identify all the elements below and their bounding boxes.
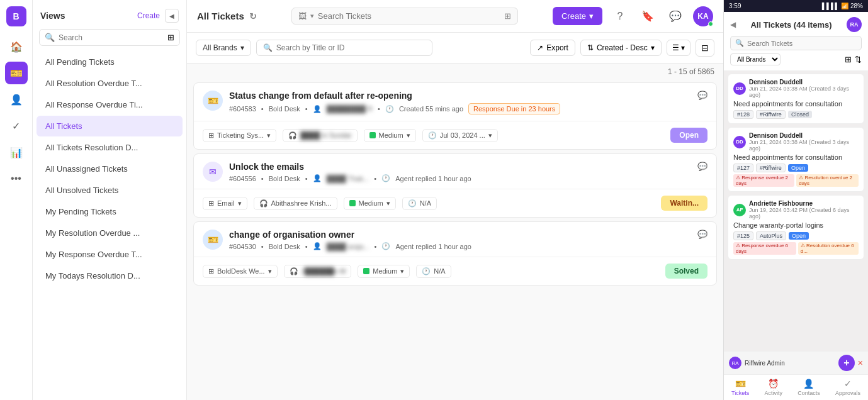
mobile-filter-icon[interactable]: ⊞: [845, 55, 852, 64]
sidebar-item-tasks[interactable]: ✓: [5, 114, 28, 137]
mobile-brand-select[interactable]: All Brands: [730, 53, 781, 65]
ticket-status-button[interactable]: Open: [670, 128, 707, 143]
ticket-product[interactable]: ⊞ Ticketing Sys... ▾: [203, 129, 276, 142]
page-title-area: All Tickets ↻: [197, 11, 257, 21]
mobile-brands-row: All Brands ⊞ ⇅: [730, 53, 862, 65]
ticket-dot-sep2: •: [305, 175, 308, 182]
mobile-search-icon: 🔍: [735, 39, 744, 47]
ticket-date[interactable]: 🕐 N/A: [416, 265, 451, 278]
views-collapse-button[interactable]: ◀: [165, 9, 179, 23]
ticket-status-button[interactable]: Waitin...: [661, 196, 707, 211]
mobile-agent-date: Jun 21, 2024 03:38 AM (Created 3 days ag…: [749, 139, 859, 152]
mobile-warning-row: ⚠ Response overdue 6 days ⚠ Resolution o…: [733, 242, 859, 255]
refresh-icon[interactable]: ↻: [249, 11, 257, 21]
sidebar-item-contacts[interactable]: 👤: [5, 88, 28, 111]
views-header: Views Create ◀: [33, 0, 186, 29]
ticket-main: 🎫 Status change from default after re-op…: [194, 83, 716, 118]
view-item-unassigned[interactable]: All Unassigned Tickets: [37, 158, 183, 179]
mobile-agent-info: Andriette Fishbourne Jun 19, 2024 03:42 …: [749, 200, 859, 219]
view-item-unsolved[interactable]: All Unsolved Tickets: [37, 180, 183, 201]
view-toggle-button[interactable]: ☰ ▾: [667, 40, 690, 56]
ticket-chat-icon: 💬: [697, 91, 707, 100]
mobile-agent-info: Dennison Duddell Jun 21, 2024 03:38 AM (…: [749, 79, 859, 98]
chat-button[interactable]: 💬: [665, 6, 685, 26]
mobile-ticket-row[interactable]: AF Andriette Fishbourne Jun 19, 2024 03:…: [728, 195, 864, 260]
ticket-priority[interactable]: Medium ▾: [364, 129, 416, 142]
mobile-nav-approvals[interactable]: ✓ Approvals: [835, 379, 860, 396]
ticket-body: Unlock the emails #604556 • Bold Desk • …: [229, 162, 691, 182]
tickets-search-input[interactable]: [318, 11, 500, 21]
ticket-priority[interactable]: Medium ▾: [358, 265, 410, 278]
view-item-resolution-overdue[interactable]: All Resolution Overdue T...: [37, 73, 183, 94]
mobile-title: All Tickets (44 items): [750, 20, 831, 30]
mobile-avatar[interactable]: RA: [847, 17, 862, 32]
views-search-bar: 🔍 ⊞: [39, 29, 180, 46]
tickets-list: 🎫 Status change from default after re-op…: [187, 79, 723, 400]
ticket-id: #604583: [229, 105, 256, 113]
mobile-fab-button[interactable]: +: [838, 355, 855, 371]
mobile-agent-avatar: DD: [733, 82, 746, 95]
views-filter-icon[interactable]: ⊞: [167, 33, 174, 42]
sidebar-item-tickets[interactable]: 🎫: [5, 62, 28, 84]
ticket-agent: ████ araja...: [327, 243, 369, 250]
mobile-ticket-row[interactable]: DD Dennison Duddell Jun 21, 2024 03:38 A…: [728, 127, 864, 192]
sort-button[interactable]: ⇅ Created - Desc ▾: [580, 40, 662, 56]
brand-chevron-icon: ▾: [240, 43, 244, 52]
mobile-nav-approvals-icon: ✓: [844, 379, 852, 389]
priority-chevron: ▾: [407, 131, 410, 140]
mobile-sort-icon[interactable]: ⇅: [855, 55, 862, 64]
ticket-assignee[interactable]: 🎧 ████ in Sundar: [283, 129, 357, 142]
view-item-all-tickets[interactable]: All Tickets: [37, 116, 183, 136]
mobile-nav-tickets[interactable]: 🎫 Tickets: [731, 379, 749, 396]
sidebar-item-more[interactable]: •••: [5, 167, 28, 190]
ticket-body: Status change from default after re-open…: [229, 91, 691, 114]
tickets-filter-icon[interactable]: ⊞: [504, 11, 511, 21]
ticket-status-button[interactable]: Solved: [665, 264, 707, 279]
ticket-priority[interactable]: Medium ▾: [344, 197, 396, 210]
ticket-headset-icon: 🎧: [288, 131, 297, 140]
ticket-assignee[interactable]: 🎧 Abithashree Krish...: [254, 197, 337, 210]
logo[interactable]: B: [6, 6, 26, 26]
mobile-search-input[interactable]: [747, 40, 857, 47]
create-button[interactable]: Create ▾: [553, 7, 602, 25]
user-avatar[interactable]: KA: [693, 6, 713, 26]
sidebar-item-home[interactable]: 🏠: [5, 35, 28, 58]
ticket-date[interactable]: 🕐 N/A: [402, 197, 437, 210]
ticket-row[interactable]: ✉ Unlock the emails #604556 • Bold Desk …: [193, 153, 717, 218]
view-item-my-pending[interactable]: My Pending Tickets: [37, 201, 183, 222]
export-button[interactable]: ↗ Export: [530, 40, 575, 56]
mobile-response-warn: ⚠ Response overdue 6 days: [733, 242, 796, 255]
views-list: All Pending Tickets All Resolution Overd…: [33, 51, 186, 400]
view-item-my-response[interactable]: My Response Overdue T...: [37, 244, 183, 265]
ticket-date[interactable]: 🕐 Jul 03, 2024 ... ▾: [422, 129, 498, 142]
title-search-icon: 🔍: [263, 43, 273, 52]
mobile-ticket-row[interactable]: DD Dennison Duddell Jun 21, 2024 03:38 A…: [728, 74, 864, 124]
status-icons: ▐▐▐ ▌ 📶 28%: [820, 3, 863, 9]
ticket-product[interactable]: ⊞ BoldDesk We... ▾: [203, 265, 278, 278]
mobile-agent-info: Dennison Duddell Jun 21, 2024 03:38 AM (…: [749, 132, 859, 152]
ticket-row[interactable]: 🎫 change of organisation owner #604530 •…: [193, 221, 717, 286]
help-button[interactable]: ?: [610, 6, 630, 26]
title-search-input[interactable]: [276, 43, 371, 52]
mobile-close-icon[interactable]: ×: [858, 358, 863, 368]
ticket-assignee[interactable]: 🎧 J██████n M: [284, 265, 352, 278]
view-item-my-todays[interactable]: My Todays Resolution D...: [37, 265, 183, 286]
view-item-all-pending[interactable]: All Pending Tickets: [37, 52, 183, 72]
ticket-dot-sep3: •: [378, 105, 380, 113]
view-item-my-resolution[interactable]: My Resolution Overdue ...: [37, 223, 183, 243]
ticket-type-icon: 🎫: [203, 91, 223, 111]
bookmark-button[interactable]: 🔖: [638, 6, 658, 26]
top-header: All Tickets ↻ 🖼 ▾ ⊞ Create ▾ ? 🔖 💬 KA: [187, 0, 723, 33]
ticket-row[interactable]: 🎫 Status change from default after re-op…: [193, 82, 717, 150]
mobile-nav-contacts[interactable]: 👤 Contacts: [798, 379, 820, 396]
brand-filter[interactable]: All Brands ▾: [196, 40, 251, 56]
view-item-response-overdue[interactable]: All Response Overdue Ti...: [37, 94, 183, 115]
mobile-nav-activity[interactable]: ⏰ Activity: [764, 379, 782, 396]
views-create-link[interactable]: Create: [137, 11, 160, 20]
views-search-input[interactable]: [59, 33, 164, 42]
mobile-back-icon[interactable]: ◀: [730, 20, 736, 29]
sidebar-item-reports[interactable]: 📊: [5, 141, 28, 164]
view-item-tickets-resolution[interactable]: All Tickets Resolution D...: [37, 137, 183, 158]
filter-button[interactable]: ⊟: [696, 39, 714, 57]
ticket-product[interactable]: ⊞ Email ▾: [203, 197, 247, 210]
